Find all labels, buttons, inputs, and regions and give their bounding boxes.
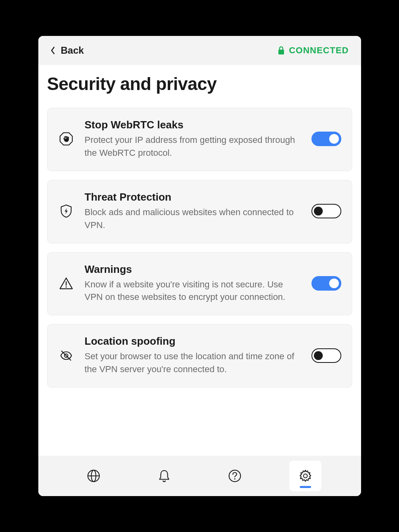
- setting-text: Stop WebRTC leaks Protect your IP addres…: [85, 119, 301, 159]
- setting-text: Location spoofing Set your browser to us…: [85, 335, 301, 376]
- warning-triangle-icon: [58, 275, 74, 291]
- back-button[interactable]: Back: [50, 45, 84, 56]
- nav-notifications[interactable]: [148, 461, 180, 491]
- toggle-warnings[interactable]: [311, 276, 341, 291]
- lock-icon: [278, 46, 285, 55]
- setting-text: Threat Protection Block ads and maliciou…: [85, 191, 301, 232]
- toggle-knob: [314, 207, 323, 216]
- help-icon: [227, 468, 242, 484]
- setting-title: Warnings: [85, 263, 301, 276]
- svg-point-10: [234, 478, 235, 480]
- status-label: CONNECTED: [289, 45, 349, 56]
- setting-title: Location spoofing: [85, 335, 301, 348]
- eye-off-icon: [58, 348, 74, 364]
- setting-threat-protection: Threat Protection Block ads and maliciou…: [47, 180, 352, 243]
- toggle-knob: [329, 134, 339, 144]
- svg-point-3: [65, 286, 67, 287]
- nav-help[interactable]: [219, 461, 251, 491]
- app-window: Back CONNECTED Security and privacy Stop…: [38, 36, 361, 496]
- toggle-knob: [314, 351, 323, 360]
- setting-desc: Block ads and malicious websites when co…: [85, 206, 301, 232]
- header-bar: Back CONNECTED: [38, 36, 361, 65]
- back-label: Back: [61, 45, 84, 56]
- setting-title: Stop WebRTC leaks: [85, 119, 301, 131]
- setting-desc: Know if a website you're visiting is not…: [85, 278, 301, 304]
- toggle-webrtc[interactable]: [311, 132, 341, 146]
- globe-icon: [86, 468, 101, 484]
- setting-title: Threat Protection: [85, 191, 301, 203]
- svg-rect-0: [278, 50, 284, 54]
- setting-location-spoofing: Location spoofing Set your browser to us…: [47, 324, 352, 387]
- shield-bolt-icon: [58, 203, 74, 219]
- bell-icon: [157, 468, 172, 484]
- toggle-threat-protection[interactable]: [311, 204, 341, 218]
- toggle-knob: [329, 279, 339, 288]
- setting-desc: Protect your IP address from getting exp…: [85, 134, 301, 159]
- svg-point-11: [303, 474, 307, 478]
- nav-settings[interactable]: [289, 461, 322, 491]
- toggle-location-spoofing[interactable]: [311, 348, 341, 363]
- bottom-nav: [38, 456, 361, 496]
- hand-octagon-icon: [58, 131, 74, 147]
- chevron-left-icon: [50, 46, 55, 54]
- connection-status: CONNECTED: [278, 45, 349, 56]
- nav-globe[interactable]: [77, 461, 110, 491]
- setting-desc: Set your browser to use the location and…: [85, 350, 301, 376]
- setting-webrtc: Stop WebRTC leaks Protect your IP addres…: [47, 108, 352, 171]
- setting-text: Warnings Know if a website you're visiti…: [85, 263, 301, 304]
- gear-icon: [298, 468, 313, 484]
- setting-warnings: Warnings Know if a website you're visiti…: [47, 252, 352, 316]
- content-area: Security and privacy Stop WebRTC leaks P…: [38, 65, 361, 456]
- page-title: Security and privacy: [47, 74, 352, 94]
